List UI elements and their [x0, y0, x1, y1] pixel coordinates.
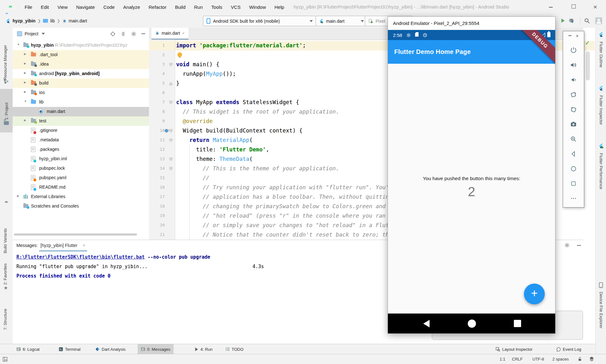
- fab-add-button[interactable]: +: [524, 284, 545, 304]
- event-log-button[interactable]: Event Log: [553, 344, 585, 354]
- emulator-power-icon[interactable]: [569, 46, 578, 54]
- fold-marker-icon[interactable]: [169, 63, 173, 67]
- expand-arrow-icon[interactable]: ▶: [24, 71, 26, 74]
- tree-item-hyzp-yibin-iml[interactable]: hyzp_yibin.iml: [13, 154, 149, 164]
- collapse-arrow-icon[interactable]: ▼: [17, 43, 20, 46]
- breadcrumb-file[interactable]: main.dart: [69, 18, 87, 23]
- menu-code[interactable]: Code: [103, 4, 115, 10]
- menu-edit[interactable]: Edit: [41, 4, 49, 10]
- window-maximize-button[interactable]: [569, 3, 578, 11]
- menu-vcs[interactable]: VCS: [231, 4, 241, 10]
- tool-window-tab--run[interactable]: 4: Run: [191, 344, 216, 354]
- tree-item-external-libraries[interactable]: ▶External Libraries: [13, 192, 149, 202]
- close-icon[interactable]: ×: [182, 31, 185, 36]
- tool-window-tab-dart-analysis[interactable]: Dart Analysis: [92, 344, 129, 354]
- editor-scrollbar[interactable]: [586, 51, 590, 80]
- tree-item--metadata[interactable]: .metadata: [13, 135, 149, 145]
- tree-item-hyzp-yibin[interactable]: ▼hyzp_yibin R:\FlutterProject\FlutterPro…: [13, 41, 149, 50]
- expand-arrow-icon[interactable]: ▶: [24, 62, 26, 65]
- breadcrumb-folder[interactable]: lib: [50, 18, 55, 23]
- fold-marker-icon[interactable]: [169, 101, 173, 104]
- emulator-back-icon[interactable]: [569, 150, 578, 158]
- emulator-zoom-icon[interactable]: [569, 135, 578, 143]
- tree-item-main-dart[interactable]: main.dart: [13, 107, 149, 116]
- nav-back-button[interactable]: [423, 320, 430, 327]
- fold-marker-icon[interactable]: [169, 129, 173, 133]
- expand-arrow-icon[interactable]: ▶: [24, 119, 26, 122]
- status-face-icon[interactable]: [589, 356, 594, 362]
- tool-window-tab--logcat[interactable]: 6: Logcat: [13, 344, 43, 354]
- menu-build[interactable]: Build: [175, 4, 185, 10]
- run-config-dropdown[interactable]: main.dart: [316, 16, 367, 26]
- tree-item--dart-tool[interactable]: ▶.dart_tool: [13, 50, 149, 60]
- nav-home-button[interactable]: [468, 320, 476, 328]
- tree-item-build[interactable]: ▶build: [13, 79, 149, 88]
- gear-icon[interactable]: [131, 31, 136, 37]
- tree-item-scratches-and-consoles[interactable]: Scratches and Consoles: [13, 202, 149, 211]
- window-minimize-button[interactable]: [546, 3, 555, 11]
- layout-inspector-button[interactable]: Layout Inspector: [492, 344, 536, 354]
- fold-marker-icon[interactable]: [169, 82, 173, 85]
- tree-item-readme-md[interactable]: README.md: [13, 183, 149, 192]
- tree-item--gitignore[interactable]: .gitignore: [13, 126, 149, 135]
- locate-file-icon[interactable]: [110, 31, 116, 37]
- tool-window-tab-todo[interactable]: TODO: [222, 344, 247, 354]
- tab-flutter-inspector[interactable]: Flutter Inspector: [599, 95, 603, 125]
- override-marker-icon[interactable]: [165, 129, 168, 132]
- project-horizontal-scrollbar[interactable]: [14, 233, 137, 236]
- tab-project[interactable]: 1: Project: [0, 89, 13, 132]
- emulator-rotate-right-icon[interactable]: [569, 105, 578, 114]
- fold-marker-icon[interactable]: [169, 167, 173, 171]
- collapse-arrow-icon[interactable]: ▼: [24, 100, 27, 103]
- menu-file[interactable]: File: [25, 4, 32, 10]
- fold-marker-icon[interactable]: [169, 138, 173, 142]
- tab-device-file-explorer[interactable]: Device File Explorer: [599, 292, 603, 328]
- menu-refactor[interactable]: Refactor: [149, 4, 167, 10]
- intention-bulb-icon[interactable]: [177, 52, 182, 57]
- nav-overview-button[interactable]: [514, 320, 521, 327]
- tree-item-test[interactable]: ▶test: [13, 116, 149, 126]
- menu-help[interactable]: Help: [275, 4, 284, 10]
- emulator-toolbar-minimize[interactable]: [568, 35, 572, 36]
- tool-window-tab--messages[interactable]: 0: Messages: [138, 344, 174, 354]
- emulator-screenshot-icon[interactable]: [569, 120, 578, 128]
- emulator-rotate-left-icon[interactable]: [569, 91, 578, 99]
- tree-item--idea[interactable]: ▶.idea: [13, 60, 149, 69]
- menu-view[interactable]: View: [57, 4, 68, 10]
- messages-tab[interactable]: [hyzp_yibin] Flutter: [40, 243, 78, 248]
- gear-icon[interactable]: [564, 243, 570, 248]
- chevron-down-icon[interactable]: [42, 33, 45, 35]
- tree-item-ios[interactable]: ▶ios: [13, 88, 149, 97]
- tree-item-pubspec-lock[interactable]: pubspec.lock: [13, 164, 149, 173]
- tab-flutter-outline[interactable]: Flutter Outline: [599, 42, 603, 68]
- tab-build-variants[interactable]: Build Variants: [3, 209, 8, 253]
- emulator-title[interactable]: Android Emulator - Pixel_2_API_29:5554: [388, 17, 555, 30]
- flutter-bat-link[interactable]: R:\Flutter\FlutterSDK\flutter\bin\flutte…: [16, 254, 145, 260]
- tree-item-pubspec-yaml[interactable]: pubspec.yaml: [13, 173, 149, 183]
- menu-window[interactable]: Window: [249, 4, 266, 10]
- tree-item--packages[interactable]: .packages: [13, 145, 149, 154]
- tab-flutter-performance[interactable]: Flutter Performance: [599, 153, 603, 189]
- emulator-more-icon[interactable]: [569, 194, 578, 203]
- line-ending[interactable]: CRLF: [512, 354, 523, 364]
- tree-item-android[interactable]: ▶android [hyzp_yibin_android]: [13, 69, 149, 79]
- hide-panel-icon[interactable]: [141, 33, 145, 34]
- menu-tools[interactable]: Tools: [211, 4, 222, 10]
- build-variants-icon[interactable]: [4, 200, 9, 205]
- inspection-ok-icon[interactable]: ✓: [585, 40, 590, 46]
- expand-arrow-icon[interactable]: ▶: [24, 52, 26, 56]
- tool-window-tab-terminal[interactable]: Terminal: [56, 344, 84, 354]
- search-icon[interactable]: [584, 18, 590, 24]
- console-line-command[interactable]: R:\Flutter\FlutterSDK\flutter\bin\flutte…: [16, 254, 210, 260]
- expand-arrow-icon[interactable]: ▶: [24, 90, 26, 93]
- emulator-volume-down-icon[interactable]: [569, 76, 578, 84]
- breadcrumb-project[interactable]: hyzp_yibin: [13, 18, 35, 23]
- fold-marker-icon[interactable]: [169, 157, 173, 161]
- file-encoding[interactable]: UTF-8: [532, 354, 544, 364]
- tab-resource-manager[interactable]: Resource Manager: [3, 32, 8, 80]
- tab-structure[interactable]: 7: Structure: [3, 295, 8, 330]
- emulator-home-icon[interactable]: [569, 165, 578, 173]
- tool-windows-toggle-icon[interactable]: [3, 357, 8, 362]
- tab-favorites[interactable]: 2: Favorites: [3, 253, 8, 285]
- menu-run[interactable]: Run: [194, 4, 203, 10]
